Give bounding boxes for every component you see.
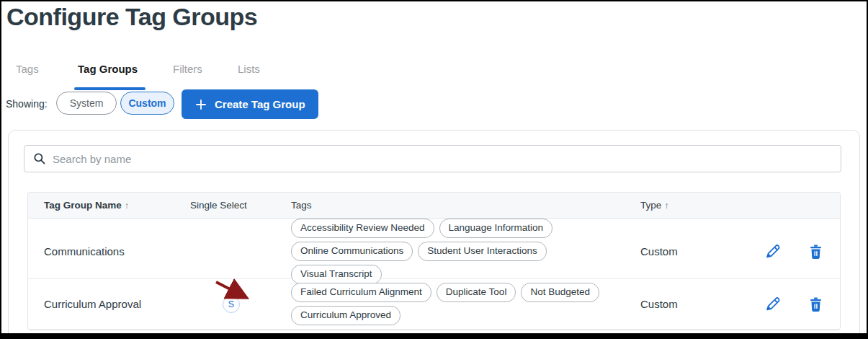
pencil-icon — [764, 243, 781, 260]
search-input[interactable] — [53, 153, 832, 165]
edit-button[interactable] — [764, 243, 781, 260]
tab-lists[interactable]: Lists — [238, 63, 260, 75]
sort-ascending-icon: ↑ — [125, 200, 130, 211]
tag-groups-panel: Tag Group Name↑ Single Select Tags Type↑… — [8, 130, 860, 339]
filter-custom-button[interactable]: Custom — [120, 92, 174, 115]
table-row: Curriculum Approval S Failed Curriculum … — [28, 279, 840, 330]
tag-chip: Duplicate Tool — [437, 283, 516, 302]
annotation-arrow-icon — [211, 278, 256, 303]
column-header-tag-group-name[interactable]: Tag Group Name↑ — [28, 200, 181, 211]
tab-tags[interactable]: Tags — [16, 63, 39, 75]
tag-chip: Failed Curriculum Alignment — [291, 283, 431, 302]
search-icon — [33, 152, 46, 165]
tag-group-name: Curriculum Approval — [28, 298, 181, 310]
active-tab-indicator — [74, 87, 146, 90]
showing-label: Showing: — [6, 98, 48, 110]
tag-group-name: Communications — [28, 245, 181, 257]
tag-chip: Online Communications — [291, 242, 413, 261]
tag-chip: Curriculum Approved — [291, 306, 401, 325]
delete-button[interactable] — [808, 296, 823, 312]
pencil-icon — [764, 296, 781, 312]
column-header-single-select: Single Select — [181, 200, 282, 211]
table-header-row: Tag Group Name↑ Single Select Tags Type↑ — [28, 193, 840, 219]
tag-groups-table: Tag Group Name↑ Single Select Tags Type↑… — [27, 192, 841, 330]
tag-chip: Language Information — [439, 219, 552, 238]
search-box — [24, 145, 841, 172]
create-tag-group-label: Create Tag Group — [215, 98, 305, 110]
tag-chip: Not Budgeted — [521, 283, 599, 302]
sort-ascending-icon: ↑ — [664, 200, 669, 211]
tag-chip: Accessibility Review Needed — [291, 219, 434, 238]
tags-cell: Failed Curriculum Alignment Duplicate To… — [282, 283, 631, 325]
tab-tag-groups[interactable]: Tag Groups — [78, 63, 138, 75]
trash-icon — [808, 244, 823, 260]
tab-filters[interactable]: Filters — [173, 63, 202, 75]
edit-button[interactable] — [764, 296, 781, 312]
tag-group-type: Custom — [631, 245, 750, 257]
page-title: Configure Tag Groups — [6, 3, 257, 31]
delete-button[interactable] — [808, 244, 823, 260]
create-tag-group-button[interactable]: Create Tag Group — [182, 89, 318, 119]
tags-cell: Accessibility Review Needed Language Inf… — [282, 219, 631, 284]
filter-system-button[interactable]: System — [56, 92, 117, 115]
row-actions — [750, 296, 840, 312]
plus-icon — [194, 98, 207, 111]
row-actions — [750, 243, 840, 260]
column-header-type[interactable]: Type↑ — [631, 200, 750, 211]
tag-chip: Student User Interactions — [418, 242, 546, 261]
table-row: Communications Accessibility Review Need… — [28, 219, 840, 279]
trash-icon — [808, 296, 823, 312]
column-header-tags: Tags — [282, 200, 631, 211]
tag-group-type: Custom — [631, 298, 750, 310]
